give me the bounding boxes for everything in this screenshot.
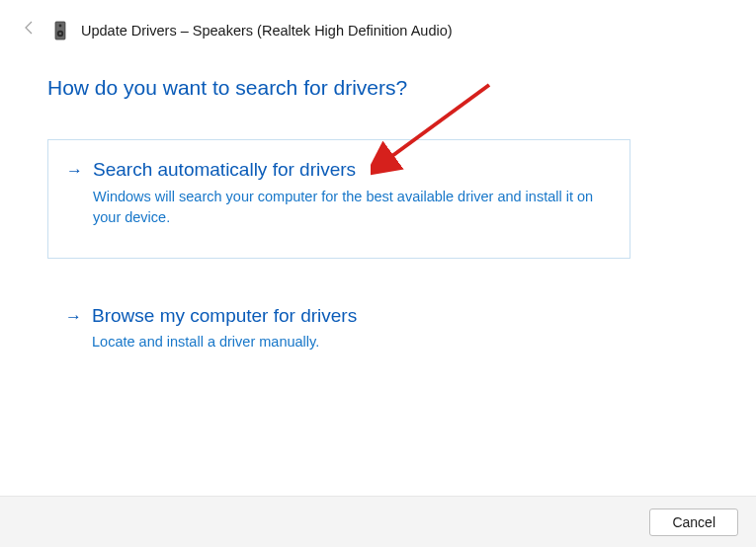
- svg-point-3: [59, 32, 62, 35]
- option-browse-computer[interactable]: → Browse my computer for drivers Locate …: [47, 286, 630, 361]
- option-title: Browse my computer for drivers: [92, 304, 357, 329]
- arrow-right-icon: →: [65, 308, 82, 325]
- dialog-content: How do you want to search for drivers? →…: [0, 40, 756, 360]
- arrow-right-icon: →: [66, 162, 83, 179]
- main-heading: How do you want to search for drivers?: [47, 76, 709, 100]
- dialog-title: Update Drivers – Speakers (Realtek High …: [81, 23, 453, 39]
- back-icon[interactable]: [20, 20, 40, 40]
- dialog-header: Update Drivers – Speakers (Realtek High …: [0, 0, 756, 40]
- svg-point-1: [59, 24, 62, 27]
- option-description: Windows will search your computer for th…: [93, 187, 606, 228]
- cancel-button[interactable]: Cancel: [649, 508, 738, 536]
- option-title: Search automatically for drivers: [93, 158, 356, 183]
- option-search-automatically[interactable]: → Search automatically for drivers Windo…: [47, 139, 630, 259]
- dialog-footer: Cancel: [0, 496, 756, 547]
- device-speaker-icon: [53, 21, 67, 40]
- option-description: Locate and install a driver manually.: [92, 332, 607, 352]
